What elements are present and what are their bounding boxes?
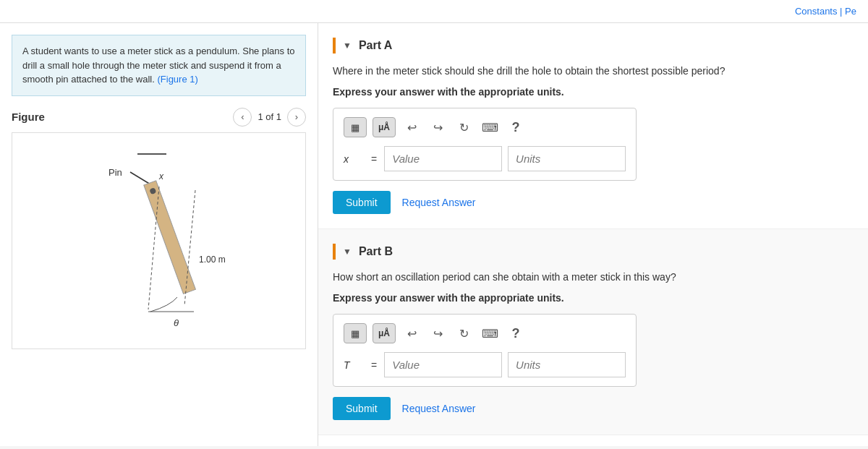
part-a-toolbar: ▦ μÅ ↩ ↪ ↻ ⌨	[344, 117, 626, 137]
part-a-refresh-btn[interactable]: ↻	[454, 117, 474, 137]
part-b-answer-box: ▦ μÅ ↩ ↪ ↻ ⌨	[333, 314, 637, 387]
part-a-mu-btn[interactable]: μÅ	[373, 117, 396, 137]
figure-nav-controls: ‹ 1 of 1 ›	[233, 108, 306, 127]
part-b-units-input[interactable]	[508, 352, 626, 377]
part-b-chevron[interactable]: ▼	[343, 247, 352, 257]
figure-section: Figure ‹ 1 of 1 › Pin x	[0, 108, 318, 361]
figure-nav-label: 1 of 1	[258, 111, 281, 122]
part-b-orange-bar	[333, 244, 336, 260]
part-b-help-btn[interactable]: ?	[506, 323, 526, 343]
part-b-help-icon: ?	[512, 326, 520, 341]
part-a-chevron[interactable]: ▼	[343, 40, 352, 51]
part-b-mu-icon: μÅ	[378, 328, 390, 338]
part-a-answer-box: ▦ μÅ ↩ ↪ ↻ ⌨	[333, 108, 637, 181]
part-a-header: ▼ Part A	[333, 38, 846, 54]
keyboard-icon: ⌨	[482, 121, 498, 134]
part-a-orange-bar	[333, 38, 336, 54]
part-b-undo-icon: ↩	[407, 327, 417, 341]
part-a-instruction: Express your answer with the appropriate…	[333, 86, 846, 98]
grid-icon: ▦	[351, 122, 359, 133]
svg-text:Pin: Pin	[109, 167, 122, 178]
part-b-toolbar: ▦ μÅ ↩ ↪ ↻ ⌨	[344, 323, 626, 343]
part-a-help-btn[interactable]: ?	[506, 117, 526, 137]
left-panel: A student wants to use a meter stick as …	[0, 23, 318, 446]
top-bar: Constants | Pe	[0, 0, 868, 23]
figure-image: Pin x 1.00 m	[12, 132, 306, 349]
part-b-undo-btn[interactable]: ↩	[401, 323, 422, 343]
svg-rect-5	[143, 180, 195, 294]
help-icon: ?	[512, 120, 520, 135]
part-b-refresh-btn[interactable]: ↻	[454, 323, 474, 343]
right-panel: ▼ Part A Where in the meter stick should…	[318, 23, 868, 446]
part-b-section: ▼ Part B How short an oscillation period…	[318, 229, 868, 435]
part-a-submit-button[interactable]: Submit	[333, 191, 391, 214]
part-b-variable: T	[344, 359, 365, 371]
part-a-section: ▼ Part A Where in the meter stick should…	[318, 23, 868, 229]
svg-line-2	[130, 172, 150, 184]
part-a-request-answer-link[interactable]: Request Answer	[402, 197, 476, 208]
part-b-instruction: Express your answer with the appropriate…	[333, 292, 846, 304]
part-b-keyboard-btn[interactable]: ⌨	[480, 323, 500, 343]
svg-text:1.00 m: 1.00 m	[199, 255, 226, 265]
pendulum-diagram: Pin x 1.00 m	[65, 140, 253, 342]
part-b-grid-icon: ▦	[351, 328, 359, 339]
svg-text:x: x	[158, 171, 164, 181]
mu-icon: μÅ	[378, 122, 390, 132]
part-b-equals: =	[371, 359, 377, 371]
figure-info-box: A student wants to use a meter stick as …	[12, 35, 306, 96]
figure-link[interactable]: (Figure 1)	[157, 74, 197, 85]
part-b-mu-btn[interactable]: μÅ	[373, 323, 396, 343]
part-a-redo-btn[interactable]: ↪	[427, 117, 448, 137]
part-b-redo-btn[interactable]: ↪	[427, 323, 448, 343]
refresh-icon: ↻	[459, 121, 469, 134]
part-b-header: ▼ Part B	[333, 244, 846, 260]
part-b-action-row: Submit Request Answer	[333, 397, 846, 420]
part-a-equals: =	[371, 153, 377, 165]
part-a-value-input[interactable]	[384, 146, 502, 171]
part-a-question: Where in the meter stick should she dril…	[333, 64, 846, 79]
part-b-redo-icon: ↪	[433, 327, 443, 341]
part-a-input-row: x =	[344, 146, 626, 171]
part-a-keyboard-btn[interactable]: ⌨	[480, 117, 500, 137]
undo-icon: ↩	[407, 121, 417, 134]
figure-title: Figure	[12, 111, 45, 123]
part-b-value-input[interactable]	[384, 352, 502, 377]
part-a-units-input[interactable]	[508, 146, 626, 171]
top-bar-links[interactable]: Constants | Pe	[795, 6, 856, 17]
part-b-submit-button[interactable]: Submit	[333, 397, 391, 420]
figure-header: Figure ‹ 1 of 1 ›	[12, 108, 306, 127]
part-b-grid-btn[interactable]: ▦	[344, 323, 367, 343]
part-a-variable: x	[344, 153, 365, 165]
figure-prev-button[interactable]: ‹	[233, 108, 252, 127]
svg-text:θ: θ	[174, 317, 179, 328]
part-b-refresh-icon: ↻	[459, 327, 469, 341]
part-a-grid-btn[interactable]: ▦	[344, 117, 367, 137]
part-a-undo-btn[interactable]: ↩	[401, 117, 422, 137]
part-b-label: Part B	[359, 245, 393, 258]
part-b-input-row: T =	[344, 352, 626, 377]
main-layout: A student wants to use a meter stick as …	[0, 23, 868, 446]
figure-next-button[interactable]: ›	[287, 108, 306, 127]
part-b-request-answer-link[interactable]: Request Answer	[402, 403, 476, 414]
part-b-question: How short an oscillation period can she …	[333, 270, 846, 285]
part-b-keyboard-icon: ⌨	[482, 327, 498, 341]
redo-icon: ↪	[433, 121, 443, 134]
part-a-action-row: Submit Request Answer	[333, 191, 846, 214]
part-a-label: Part A	[359, 39, 393, 52]
